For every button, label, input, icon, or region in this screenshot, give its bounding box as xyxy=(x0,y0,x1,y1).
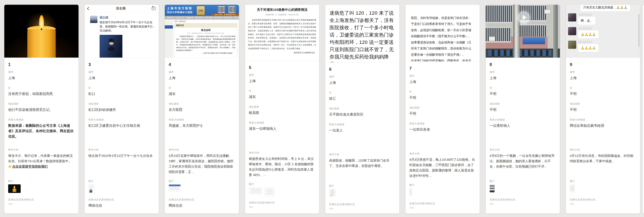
field-value-district: 浦东 xyxy=(249,94,315,99)
empty-select-pill xyxy=(409,207,414,209)
breadcrumb: 首页>>最新动态 xyxy=(165,19,239,23)
field-label-event: 事件介绍 xyxy=(249,151,315,155)
building-window xyxy=(486,5,512,23)
card-body: 8 城市 上海 区 不明 地址描述 不明 死者大体描述 一位透析病人 事件介绍 … xyxy=(486,58,560,212)
image-thumbnail-website[interactable] xyxy=(169,184,181,192)
case-card-4[interactable]: 上海市东方医院 同济大学附属东方医院 100 微信二维码 患者移动服务平台 名医… xyxy=(165,5,239,214)
field-label-address: 地址描述 xyxy=(329,107,396,110)
field-label-info-type: 直接信息还是间接信息 xyxy=(249,201,315,204)
field-label-city: 城市 xyxy=(409,74,476,78)
field-label-image: 图片 xyxy=(570,180,636,183)
field-label-image: 图片 xyxy=(8,180,75,183)
image-thumbnail-screenshot[interactable] xyxy=(88,184,95,194)
card-cover-video-still xyxy=(486,5,560,58)
field-value-city: 上海 xyxy=(88,75,155,81)
field-value-district: 虹口 xyxy=(88,91,155,96)
field-value-city: 上海 xyxy=(409,79,476,84)
case-card-6[interactable]: 迷病危了叫 120，120 来了说全上海发热门诊都关了，没有医院接收，打了一个多… xyxy=(325,5,400,214)
field-value-event: 4月6日的一个视频，一位女性在撕心裂肺地哭泣。据视频描述，她的亲人要做透析，出不… xyxy=(490,153,556,169)
field-label-deceased: 死者大体描述 xyxy=(88,118,155,121)
field-label-deceased: 死者大体描述 xyxy=(249,121,315,124)
card-title-number: 9 xyxy=(570,62,636,67)
card-cover-text-screenshot: 医院。当时有些低烧，但是发热门诊在消杀，于是在门口的黑夜里等待了很久。可是由于有… xyxy=(406,5,480,62)
field-label-deceased: 死者大体描述 xyxy=(490,118,556,121)
chat-bubble: 啊，这。 xyxy=(578,17,596,24)
image-thumbnail-text[interactable] xyxy=(329,189,336,197)
empty-select-pill xyxy=(490,203,494,205)
field-label-city: 城市 xyxy=(490,70,556,74)
chat-row: 啊，这。 xyxy=(568,13,638,24)
card-cover-wechat-moments: 朋友圈 钱文雄 钱文雄于2022年4月12日下午一点十九分去世。疫情期间一切从简… xyxy=(84,5,159,58)
field-label-address: 地址描述 xyxy=(570,102,636,105)
field-value-event: 4月12日传出消息，韦桂国因脑溢血、封控期间联系救治未果，于家中病逝。 xyxy=(570,153,636,164)
field-value-district: 徐汇 xyxy=(329,96,396,101)
notice-body: 周盛妮为我院护士，一直在院内从事护理相关工作。3月23日在家中哮喘发作，用药后无… xyxy=(176,35,235,52)
field-value-deceased: 一位透析病人 xyxy=(490,123,556,128)
card-title-number: 1 xyxy=(8,62,75,67)
field-value-address: 他们不应该被漠视甚至忘记。 xyxy=(8,107,75,112)
back-icon xyxy=(87,7,90,10)
partial-next-card[interactable] xyxy=(643,5,644,214)
field-label-image: 图片 xyxy=(490,180,556,183)
blurred-username xyxy=(578,27,592,29)
card-cover-wechat-chat: 只有其女儿眼见其病逝…🙏🙏🙏 啊，这。 🙏🙏🙏🙏 🙏🙏🙏🙏 xyxy=(566,5,640,58)
case-card-5[interactable]: 关于对浦东120急救中心的调查情况 【信息来源：】【信息时间：2022-03-3… xyxy=(245,5,319,214)
wechat-nav-bar: 朋友圈 xyxy=(84,5,159,12)
gallery-board: 1 城市 上海 区 没有死于新冠，却因新冠而死 地址描述 他们不应该被漠视甚至忘… xyxy=(0,0,644,217)
air-conditioner xyxy=(489,36,495,41)
field-value-address: 不明 xyxy=(409,111,476,116)
field-label-image: 图片 xyxy=(249,183,315,186)
case-card-1[interactable]: 1 城市 上海 区 没有死于新冠，却因新冠而死 地址描述 他们不应该被漠视甚至忘… xyxy=(4,5,78,214)
chat-row: 🙏🙏🙏🙏 xyxy=(568,27,638,38)
field-value-event: 高烧昏迷，核酸阴，120来了说发热门诊关了。无奈在家中降温，在昏迷中离世。 xyxy=(329,158,396,169)
field-label-address: 地址描述 xyxy=(490,102,556,105)
field-label-info-type: 直接信息还是间接信息 xyxy=(570,198,636,201)
field-value-address: 不明 xyxy=(490,107,556,112)
field-label-event: 事件介绍 xyxy=(329,153,396,156)
camera-icon xyxy=(152,7,156,10)
hospital-site-banner: 上海市东方医院 同济大学附属东方医院 100 微信二维码 患者移动服务平台 xyxy=(165,5,239,16)
card-title-number: 8 xyxy=(490,62,556,67)
image-thumbnail-building[interactable] xyxy=(490,184,495,193)
card-body: 1 城市 上海 区 没有死于新冠，却因新冠而死 地址描述 他们不应该被漠视甚至忘… xyxy=(4,58,78,212)
field-label-district: 区 xyxy=(8,86,75,90)
field-label-info-type: 直接信息还是间接信息 xyxy=(329,203,396,206)
field-label-district: 区 xyxy=(570,86,636,90)
card-body: 4 城市 上海 区 浦东 地址描述 东方医院 死者大体描述 周盛妮，东方医院护士… xyxy=(165,58,239,212)
image-thumbnail-document[interactable] xyxy=(264,187,275,197)
image-thumbnail-document[interactable] xyxy=(249,187,263,194)
field-value-deceased: 数据来源：被删除的公众号文章《上海逝者》及其评论区、各种社交媒体、网友提供信息。 xyxy=(8,123,75,139)
chat-bubble: 只有其女儿眼见其病逝…🙏🙏🙏 xyxy=(580,5,630,11)
case-card-9[interactable]: 只有其女儿眼见其病逝…🙏🙏🙏 啊，这。 🙏🙏🙏🙏 🙏🙏🙏🙏 9 城市 xyxy=(566,5,640,214)
scrollbar[interactable] xyxy=(638,14,640,47)
image-thumbnail-document[interactable] xyxy=(570,184,575,193)
card-cover-official-document: 关于对浦东120急救中心的调查情况 【信息来源：】【信息时间：2022-03-3… xyxy=(245,5,319,61)
image-thumbnail-candle[interactable] xyxy=(8,184,21,193)
field-value-deceased: 虹口区卫健委信息中心主任钱文雄 xyxy=(88,123,155,128)
hospital-site-nav: 名医名家｜科室介绍｜党建园地｜医政管理｜医学教育｜医学研究｜国际交流｜护理风采｜… xyxy=(165,16,239,19)
case-card-7[interactable]: 医院。当时有些低烧，但是发热门诊在消杀，于是在门口的黑夜里等待了很久。可是由于有… xyxy=(406,5,480,214)
field-label-district: 区 xyxy=(249,89,315,93)
case-card-8[interactable]: 8 城市 上海 区 不明 地址描述 不明 死者大体描述 一位透析病人 事件介绍 … xyxy=(486,5,560,214)
qr-captions: 微信二维码 患者移动服务平台 xyxy=(212,13,239,16)
card-cover-text-screenshot: 迷病危了叫 120，120 来了说全上海发热门诊都关了，没有医院接收，打了一个多… xyxy=(325,5,400,62)
submit-info-link[interactable]: 点击这里提交信息给我们 xyxy=(12,165,48,168)
card-title-number: 6 xyxy=(329,67,396,72)
avatar xyxy=(568,41,576,49)
field-value-district: 没有死于新冠，却因新冠而死 xyxy=(8,91,75,96)
field-label-district: 区 xyxy=(490,86,556,90)
image-thumbnail-text[interactable] xyxy=(409,188,412,196)
field-value-district: 不明 xyxy=(490,91,556,96)
field-label-district: 区 xyxy=(409,90,476,93)
document-signature: 浦东新区卫生健康委员会 xyxy=(248,51,316,54)
field-label-district: 区 xyxy=(329,91,396,94)
document-meta: 【信息来源：】【信息时间：2022-03-31】 xyxy=(248,13,316,16)
field-label-district: 区 xyxy=(169,86,235,90)
field-value-address: 航昌路 xyxy=(249,110,315,115)
field-value-event: 每张卡片、每行记录，代表着一条逝去的鲜活生命。目前有73+位死者！数据持续更新中… xyxy=(8,153,75,169)
case-card-3[interactable]: 朋友圈 钱文雄 钱文雄于2022年4月12日下午一点十九分去世。疫情期间一切从简… xyxy=(84,5,159,214)
qr-code xyxy=(218,6,225,13)
field-label-event: 事件介绍 xyxy=(8,148,75,152)
building-lower-floor xyxy=(486,48,560,58)
card-cover-candle-photo xyxy=(4,5,78,58)
